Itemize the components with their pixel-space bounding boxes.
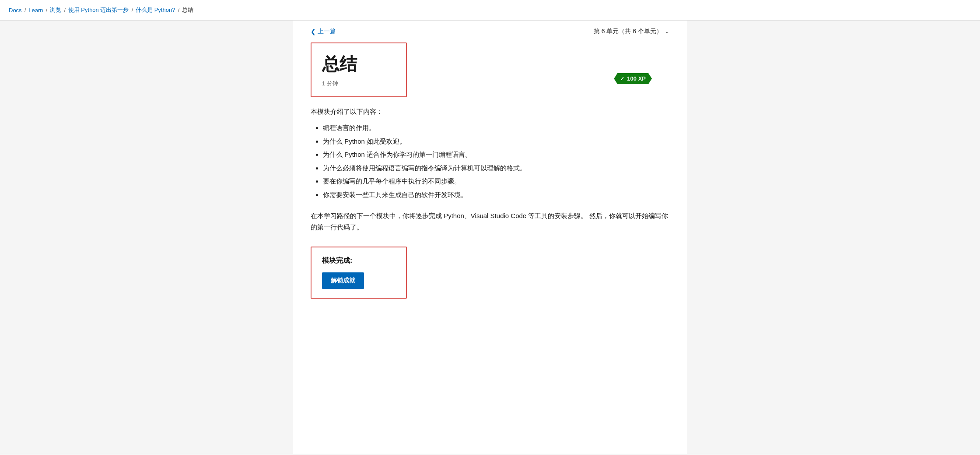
breadcrumb-sep-3: /	[64, 7, 66, 14]
breadcrumb-sep-1: /	[24, 7, 26, 14]
module-complete-title: 模块完成:	[322, 256, 396, 265]
breadcrumb-browse[interactable]: 浏览	[50, 6, 61, 14]
unit-label: 第 6 单元（共 6 个单元）	[594, 28, 662, 35]
xp-check-icon: ✓	[620, 76, 624, 82]
breadcrumb-sep-5: /	[178, 7, 179, 14]
unit-indicator[interactable]: 第 6 单元（共 6 个单元） ⌄	[594, 28, 669, 35]
title-card: 总结 1 分钟	[311, 42, 407, 97]
prev-label: 上一篇	[318, 28, 336, 35]
breadcrumb-docs[interactable]: Docs	[9, 7, 22, 14]
breadcrumb-sep-2: /	[46, 7, 48, 14]
list-item: 为什么必须将使用编程语言编写的指令编译为计算机可以理解的格式。	[323, 163, 669, 173]
breadcrumb-what-is-python[interactable]: 什么是 Python?	[136, 6, 175, 14]
bullet-list: 编程语言的作用。 为什么 Python 如此受欢迎。 为什么 Python 适合…	[311, 123, 669, 200]
xp-badge: ✓ 100 XP	[614, 73, 652, 84]
breadcrumb-bar: Docs / Learn / 浏览 / 使用 Python 迈出第一步 / 什么…	[0, 0, 980, 21]
xp-label: 100 XP	[627, 75, 646, 82]
module-complete-card: 模块完成: 解锁成就	[311, 247, 407, 299]
prev-link[interactable]: ❮ 上一篇	[311, 28, 336, 35]
breadcrumb-learn[interactable]: Learn	[28, 7, 43, 14]
list-item: 你需要安装一些工具来生成自己的软件开发环境。	[323, 190, 669, 200]
list-item: 为什么 Python 如此受欢迎。	[323, 137, 669, 147]
unlock-button[interactable]: 解锁成就	[322, 272, 364, 289]
breadcrumb-python-path[interactable]: 使用 Python 迈出第一步	[68, 6, 129, 14]
intro-text: 本模块介绍了以下内容：	[311, 108, 669, 116]
list-item: 编程语言的作用。	[323, 123, 669, 133]
time-label: 1 分钟	[322, 80, 338, 87]
chevron-down-icon: ⌄	[665, 28, 669, 35]
page-title: 总结	[322, 52, 396, 76]
breadcrumb-sep-4: /	[131, 7, 133, 14]
content-area: ❮ 上一篇 第 6 单元（共 6 个单元） ⌄ 总结 1 分钟 ✓ 100 XP…	[293, 21, 687, 454]
list-item: 为什么 Python 适合作为你学习的第一门编程语言。	[323, 150, 669, 160]
breadcrumb-current: 总结	[182, 6, 193, 14]
chevron-left-icon: ❮	[311, 28, 316, 35]
list-item: 要在你编写的几乎每个程序中执行的不同步骤。	[323, 176, 669, 187]
nav-row: ❮ 上一篇 第 6 单元（共 6 个单元） ⌄	[311, 21, 669, 42]
summary-paragraph: 在本学习路径的下一个模块中，你将逐步完成 Python、Visual Studi…	[311, 210, 669, 233]
